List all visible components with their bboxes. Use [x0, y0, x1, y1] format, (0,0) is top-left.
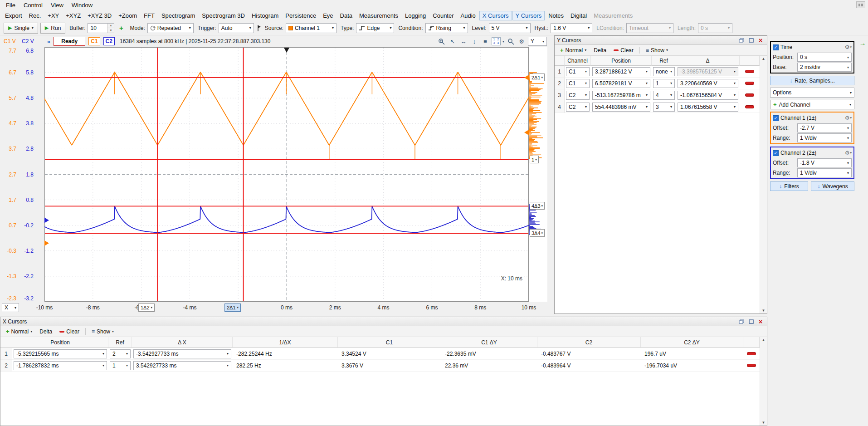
tab-eye[interactable]: Eye [320, 11, 336, 20]
zoom-in-icon[interactable] [437, 36, 446, 46]
tab-measurements[interactable]: Measurements [590, 11, 636, 20]
condition-select[interactable]: Rising▾ [425, 23, 468, 33]
x-axis-mode-select[interactable]: X▾ [2, 303, 19, 312]
y-axis-mode-select[interactable]: Y▾ [528, 37, 547, 46]
show-menu-button[interactable]: ≡Show▾ [643, 46, 671, 54]
clear-cursors-button[interactable]: Clear [56, 328, 83, 336]
y-cursor-position-input[interactable]: 3.287188612 V▾ [592, 67, 650, 76]
layout-dropdown-icon[interactable]: ▾ [502, 39, 504, 44]
maximize-icon[interactable] [747, 37, 755, 44]
y-cursor-position-input[interactable]: 554.4483986 mV▾ [592, 103, 650, 112]
tab-spectrogram-3d[interactable]: Spectrogram 3D [199, 11, 248, 20]
buffer-stepper[interactable]: 10▲▼ [88, 23, 114, 33]
wavegens-button[interactable]: ↓Wavegens [811, 181, 854, 191]
collapse-left-icon[interactable]: « [47, 38, 50, 45]
close-icon[interactable]: × [756, 37, 765, 44]
expand-panel-arrow-icon[interactable]: → [859, 39, 866, 314]
scrollbar[interactable]: ▲▼ [760, 56, 767, 313]
channel2-range-select[interactable]: 1 V/div▾ [797, 168, 852, 177]
mode-select[interactable]: Repeated▾ [147, 23, 194, 33]
scrollbar[interactable]: ▲▼ [760, 337, 767, 426]
channel1-gear-icon[interactable]: ⚙▾ [845, 115, 852, 121]
undock-icon[interactable] [737, 37, 746, 44]
add-delta-cursor-button[interactable]: Delta [36, 328, 55, 336]
x-cursor-delta-x-value[interactable]: -3.542927733 ms▾ [133, 349, 231, 358]
y-cursor-ref-select[interactable]: 4▾ [653, 91, 675, 100]
quad-layout-icon[interactable]: 1234 [492, 37, 501, 45]
add-normal-cursor-button[interactable]: +Normal▾ [3, 327, 35, 336]
align-levels-icon[interactable]: ≡ [481, 36, 490, 46]
c1-badge[interactable]: C1 [88, 37, 100, 45]
tab-measurements[interactable]: Measurements [356, 11, 401, 20]
length-select[interactable]: 0 s▾ [698, 23, 732, 33]
y-cursor-channel-select[interactable]: C1▾ [566, 79, 590, 88]
y-cursor-ref-select[interactable]: 3▾ [653, 103, 675, 112]
y-cursor-channel-select[interactable]: C2▾ [566, 103, 590, 112]
x-cursor-position-input[interactable]: -5.329215565 ms▾ [14, 349, 107, 358]
lcondition-select[interactable]: Timeout▾ [626, 23, 673, 33]
tab-logging[interactable]: Logging [402, 11, 429, 20]
remove-cursor-button[interactable] [745, 105, 754, 108]
close-icon[interactable]: × [756, 318, 765, 325]
time-checkbox[interactable]: ✓ [773, 44, 779, 50]
tab-data[interactable]: Data [337, 11, 356, 20]
scroll-up-icon[interactable]: ▲ [762, 338, 766, 342]
plot-settings-gear-icon[interactable]: ⚙ [517, 36, 526, 46]
tab--xyz[interactable]: +XYZ [63, 11, 84, 20]
time-gear-icon[interactable]: ⚙▾ [845, 44, 852, 50]
tab-notes[interactable]: Notes [545, 11, 567, 20]
type-select[interactable]: Edge▾ [356, 23, 394, 33]
tab-x-cursors[interactable]: X Cursors [479, 11, 512, 20]
add-delta-cursor-button[interactable]: Delta [590, 46, 610, 54]
pointer-mode-icon[interactable]: ↖ [448, 36, 457, 46]
tab-y-cursors[interactable]: Y Cursors [512, 11, 545, 20]
remove-cursor-button[interactable] [745, 93, 754, 97]
y-cursor-flag-2[interactable]: 2Δ1▾ [530, 73, 545, 81]
x-cursor-position-input[interactable]: -1.786287832 ms▾ [14, 361, 107, 370]
y-cursor-flag-3[interactable]: 3Δ4▾ [530, 229, 545, 237]
channel2-gear-icon[interactable]: ⚙▾ [845, 150, 852, 156]
channel1-offset-select[interactable]: -2.7 V▾ [797, 123, 852, 132]
time-base-select[interactable]: 2 ms/div▾ [797, 63, 852, 72]
hysteresis-select[interactable]: 1.6 V▾ [551, 23, 592, 33]
undock-icon[interactable] [737, 318, 746, 325]
scroll-down-icon[interactable]: ▼ [762, 308, 766, 313]
menu-window[interactable]: Window [68, 0, 97, 10]
y-cursor-ref-select[interactable]: 1▾ [653, 79, 675, 88]
tab-histogram[interactable]: Histogram [249, 11, 282, 20]
show-menu-button[interactable]: ≡Show▾ [88, 328, 117, 336]
add-normal-cursor-button[interactable]: +Normal▾ [557, 46, 590, 54]
y-cursor-delta-value[interactable]: -1.0676156584 V▾ [678, 91, 738, 100]
spinner-arrows-icon[interactable]: ▲▼ [107, 24, 114, 33]
scroll-up-icon[interactable]: ▲ [762, 57, 766, 61]
remove-cursor-button[interactable] [745, 82, 754, 85]
single-button[interactable]: ▶Single▾ [4, 23, 38, 34]
y-cursor-delta-value[interactable]: 1.067615658 V▾ [678, 103, 738, 112]
y-cursor-ref-select[interactable]: none▾ [653, 67, 675, 76]
remove-cursor-button[interactable] [745, 70, 754, 73]
magnifier-icon[interactable] [506, 36, 515, 46]
level-select[interactable]: 5 V▾ [489, 23, 531, 33]
y-cursor-delta-value[interactable]: 3.220640569 V▾ [678, 79, 738, 88]
rate-samples-button[interactable]: ↓Rate, Samples... [770, 76, 854, 85]
tab-spectrogram[interactable]: Spectrogram [158, 11, 198, 20]
menu-file[interactable]: File [2, 0, 20, 10]
menu-view[interactable]: View [47, 0, 68, 10]
time-position-select[interactable]: 0 s▾ [797, 53, 852, 62]
tab-counter[interactable]: Counter [429, 11, 457, 20]
tab--xy[interactable]: +XY [44, 11, 62, 20]
tab--zoom[interactable]: +Zoom [115, 11, 140, 20]
tab-export[interactable]: Export [2, 11, 25, 20]
add-channel-button[interactable]: +Add Channel▾ [770, 100, 854, 109]
tab-audio[interactable]: Audio [458, 11, 479, 20]
filters-button[interactable]: ↓Filters [770, 181, 808, 191]
scroll-down-icon[interactable]: ▼ [762, 421, 766, 425]
waveform-plot[interactable]: 2Δ1▾ 1▾ 4Δ3▾ 3Δ4▾ X: 10 ms 7.76.75.74.73… [0, 47, 554, 302]
channel1-range-select[interactable]: 1 V/div▾ [797, 133, 852, 142]
tab-fft[interactable]: FFT [141, 11, 158, 20]
y-cursor-channel-select[interactable]: C2▾ [566, 91, 590, 100]
tab-persistence[interactable]: Persistence [282, 11, 319, 20]
x-cursor-ref-select[interactable]: 2▾ [110, 349, 131, 358]
y-cursor-channel-select[interactable]: C1▾ [566, 67, 590, 76]
y-cursor-flag-1[interactable]: 1▾ [530, 156, 539, 163]
